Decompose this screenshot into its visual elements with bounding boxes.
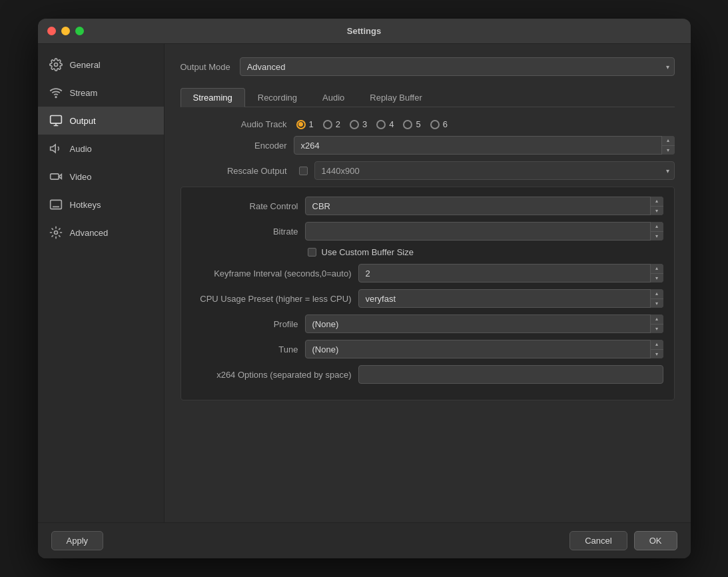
audio-track-2[interactable]: 2 xyxy=(323,119,340,129)
sidebar-item-advanced[interactable]: Advanced xyxy=(38,219,164,247)
minimize-button[interactable] xyxy=(61,27,70,35)
cpu-preset-select[interactable]: veryfast ultrafast superfast fast medium xyxy=(358,289,663,308)
radio-2-dot xyxy=(323,120,332,129)
rescale-output-select-wrapper: 1440x900 xyxy=(314,161,675,180)
sidebar-label-advanced: Advanced xyxy=(70,228,109,238)
tab-replay-buffer[interactable]: Replay Buffer xyxy=(357,88,435,107)
sidebar-item-general[interactable]: General xyxy=(38,51,164,79)
bitrate-spinner xyxy=(650,222,663,241)
radio-3-dot xyxy=(350,120,359,129)
stream-icon xyxy=(49,85,63,100)
tab-streaming[interactable]: Streaming xyxy=(181,88,245,107)
maximize-button[interactable] xyxy=(75,27,84,35)
audio-track-radio-group: 1 2 3 4 5 xyxy=(296,119,448,129)
tune-row: Tune (None) xyxy=(192,340,663,358)
x264-options-input[interactable] xyxy=(358,365,663,384)
svg-marker-3 xyxy=(50,145,55,153)
bottom-bar: Apply Cancel OK xyxy=(38,522,691,558)
tune-label: Tune xyxy=(192,344,298,354)
svg-rect-2 xyxy=(50,116,61,124)
rate-control-down[interactable] xyxy=(651,207,663,216)
profile-down[interactable] xyxy=(651,324,663,334)
audio-track-6[interactable]: 6 xyxy=(430,119,448,129)
output-mode-select-wrapper: Advanced Simple xyxy=(240,57,675,76)
rate-control-wrapper: CBR xyxy=(305,197,663,215)
cpu-preset-spinner xyxy=(650,289,663,308)
close-button[interactable] xyxy=(47,27,56,35)
ok-button[interactable]: OK xyxy=(634,531,677,550)
keyframe-up[interactable] xyxy=(651,264,663,274)
custom-buffer-checkbox[interactable] xyxy=(308,248,316,257)
audio-track-row: Audio Track 1 2 3 xyxy=(181,119,675,129)
keyframe-down[interactable] xyxy=(651,274,663,283)
tune-spinner xyxy=(650,340,663,358)
sidebar-item-output[interactable]: Output xyxy=(38,107,164,135)
bitrate-down[interactable] xyxy=(651,232,663,241)
cpu-preset-label: CPU Usage Preset (higher = less CPU) xyxy=(192,294,352,304)
audio-track-4[interactable]: 4 xyxy=(376,119,394,129)
encoder-row: Encoder x264 xyxy=(181,136,675,155)
video-icon xyxy=(49,169,63,184)
sidebar-item-hotkeys[interactable]: Hotkeys xyxy=(38,191,164,219)
rate-control-up[interactable] xyxy=(651,197,663,207)
bitrate-wrapper xyxy=(305,222,663,241)
sidebar-item-audio[interactable]: Audio xyxy=(38,135,164,163)
svg-rect-4 xyxy=(50,174,59,179)
radio-5-dot xyxy=(403,120,412,129)
svg-point-1 xyxy=(55,97,57,98)
audio-track-3[interactable]: 3 xyxy=(350,119,367,129)
right-buttons: Cancel OK xyxy=(569,531,677,550)
cancel-button[interactable]: Cancel xyxy=(569,531,627,550)
cpu-preset-row: CPU Usage Preset (higher = less CPU) ver… xyxy=(192,289,663,308)
tune-select[interactable]: (None) xyxy=(305,340,663,358)
cpu-preset-up[interactable] xyxy=(651,289,663,299)
audio-track-1[interactable]: 1 xyxy=(296,119,314,129)
rescale-output-select[interactable]: 1440x900 xyxy=(314,161,675,180)
tab-recording[interactable]: Recording xyxy=(245,88,310,107)
profile-wrapper: (None) xyxy=(305,314,663,333)
radio-4-dot xyxy=(376,120,386,129)
sidebar-label-general: General xyxy=(70,60,101,70)
encoder-section: Rate Control CBR Bitrate xyxy=(181,187,675,400)
main-content: General Stream xyxy=(38,44,691,522)
encoder-select[interactable]: x264 xyxy=(294,136,675,155)
advanced-icon xyxy=(49,225,63,240)
bitrate-input[interactable] xyxy=(305,222,663,241)
profile-spinner xyxy=(650,314,663,333)
rate-control-select[interactable]: CBR xyxy=(305,197,663,215)
bitrate-row: Bitrate xyxy=(192,222,663,241)
rescale-output-checkbox[interactable] xyxy=(299,167,308,175)
radio-1-dot xyxy=(296,120,306,129)
bitrate-up[interactable] xyxy=(651,222,663,232)
tune-down[interactable] xyxy=(651,350,663,359)
x264-options-label: x264 Options (separated by space) xyxy=(192,370,352,380)
tabs-container: Streaming Recording Audio Replay Buffer xyxy=(181,88,675,107)
apply-button[interactable]: Apply xyxy=(51,531,104,550)
cpu-preset-down[interactable] xyxy=(651,299,663,308)
gear-icon xyxy=(49,57,63,72)
sidebar-item-video[interactable]: Video xyxy=(38,163,164,191)
rate-control-spinner xyxy=(650,197,663,215)
radio-6-dot xyxy=(430,120,440,129)
tune-up[interactable] xyxy=(651,340,663,350)
keyframe-spinner xyxy=(650,264,663,283)
svg-point-7 xyxy=(54,231,57,235)
output-mode-label: Output Mode xyxy=(181,62,230,72)
encoder-down-arrow[interactable] xyxy=(662,146,675,155)
encoder-up-arrow[interactable] xyxy=(662,136,675,146)
sidebar-label-output: Output xyxy=(70,116,96,126)
output-mode-select[interactable]: Advanced Simple xyxy=(240,57,675,76)
rescale-output-label: Rescale Output xyxy=(181,166,287,176)
hotkeys-icon xyxy=(49,197,63,212)
sidebar-label-stream: Stream xyxy=(70,88,98,98)
cpu-preset-wrapper: veryfast ultrafast superfast fast medium xyxy=(358,289,663,308)
sidebar-item-stream[interactable]: Stream xyxy=(38,79,164,107)
profile-up[interactable] xyxy=(651,314,663,324)
profile-select[interactable]: (None) xyxy=(305,314,663,333)
tab-audio[interactable]: Audio xyxy=(310,88,357,107)
traffic-lights xyxy=(47,27,84,35)
output-mode-row: Output Mode Advanced Simple xyxy=(181,57,675,76)
audio-track-5[interactable]: 5 xyxy=(403,119,420,129)
keyframe-input[interactable] xyxy=(358,264,663,283)
svg-point-0 xyxy=(54,63,57,67)
